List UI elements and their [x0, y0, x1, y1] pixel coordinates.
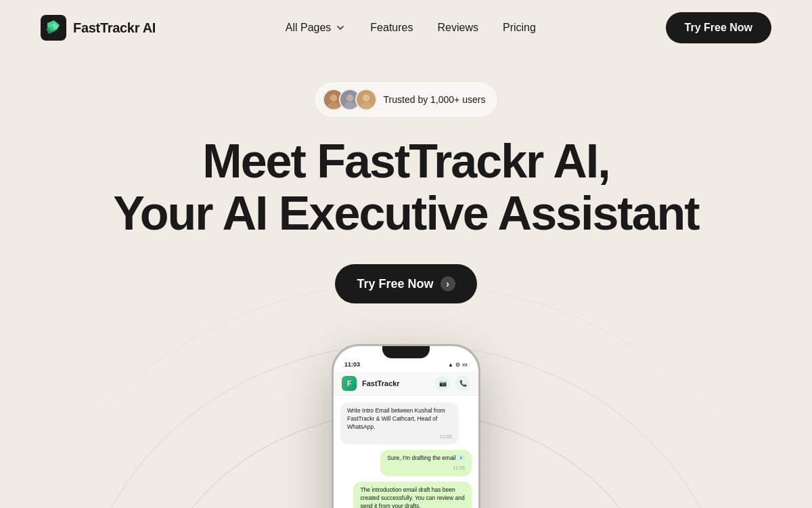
navbar: FastTrackr AI All Pages Features Reviews… [0, 0, 812, 56]
nav-item-pricing[interactable]: Pricing [503, 22, 536, 34]
nav-item-features[interactable]: Features [370, 22, 413, 34]
chat-app-name: FastTrackr [362, 379, 430, 387]
nav-links: All Pages Features Reviews Pricing [286, 22, 536, 34]
avatar [355, 89, 377, 110]
nav-item-reviews[interactable]: Reviews [437, 22, 478, 34]
svg-point-5 [346, 94, 353, 102]
message-0: Write Intro Email between Kushal from Fa… [340, 402, 459, 444]
battery-icon: ▭ [462, 362, 468, 368]
phone-time: 11:03 [344, 361, 360, 368]
wifi-icon: ⊙ [455, 362, 460, 368]
hero-section: Trusted by 1,000+ users Meet FastTrackr … [0, 56, 812, 508]
phone-screen: 11:03 ▲ ⊙ ▭ F FastTrackr [334, 346, 478, 508]
message-1: Sure, I'm drafting the email 📧 11:03 [380, 450, 472, 476]
phone-hand-container: 11:03 ▲ ⊙ ▭ F FastTrackr [332, 344, 480, 508]
arrow-right-icon: › [441, 276, 455, 291]
phone-mockup: 11:03 ▲ ⊙ ▭ F FastTrackr [332, 344, 480, 508]
logo-icon [41, 15, 66, 41]
chat-header: F FastTrackr 📷 📞 [334, 372, 478, 396]
chat-header-icons: 📷 📞 [435, 376, 470, 391]
logo-text: FastTrackr AI [73, 20, 156, 36]
phone-notch [382, 346, 430, 358]
trust-text: Trusted by 1,000+ users [384, 94, 486, 105]
video-icon: 📷 [435, 376, 450, 391]
nav-item-all-pages[interactable]: All Pages [286, 22, 346, 34]
logo[interactable]: FastTrackr AI [41, 15, 156, 41]
chevron-down-icon [335, 22, 346, 33]
hero-title: Meet FastTrackr AI, Your AI Executive As… [113, 135, 698, 240]
nav-cta-button[interactable]: Try Free Now [666, 12, 771, 43]
svg-point-8 [362, 94, 369, 102]
signal-icon: ▲ [448, 362, 453, 368]
svg-point-2 [330, 94, 337, 102]
chat-messages: Write Intro Email between Kushal from Fa… [334, 396, 478, 508]
call-icon: 📞 [455, 376, 470, 391]
trust-badge: Trusted by 1,000+ users [315, 83, 497, 117]
avatar-group [323, 89, 377, 110]
chat-app-icon: F [342, 376, 357, 391]
phone-showcase: 11:03 ▲ ⊙ ▭ F FastTrackr [0, 344, 812, 508]
message-2: The introduction email draft has been cr… [353, 482, 472, 508]
phone-device: 11:03 ▲ ⊙ ▭ F FastTrackr [332, 344, 480, 508]
signal-icons: ▲ ⊙ ▭ [448, 362, 468, 368]
